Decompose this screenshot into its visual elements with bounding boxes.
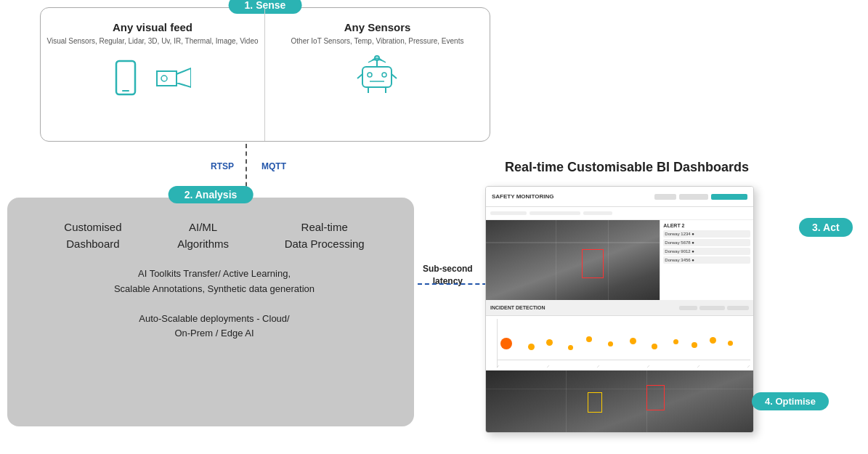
ai-toolkits-line2: Scalable Annotations, Synthetic data gen… bbox=[114, 283, 315, 294]
analysis-text-ai-toolkits: AI Toolkits Transfer/ Active Learning, S… bbox=[36, 267, 392, 297]
sense-left: Any visual feed Visual Sensors, Regular,… bbox=[41, 8, 265, 141]
svg-marker-3 bbox=[177, 68, 191, 87]
autoscale-line1: Auto-Scalable deployments - Cloud/ bbox=[139, 313, 289, 324]
sense-left-subtitle: Visual Sensors, Regular, Lidar, 3D, Uv, … bbox=[46, 36, 258, 46]
phone-icon bbox=[115, 60, 137, 99]
svg-point-4 bbox=[161, 76, 167, 81]
analysis-item-dashboard: Customised Dashboard bbox=[64, 219, 121, 252]
sense-right-title: Any Sensors bbox=[344, 21, 411, 33]
alert-item-2: Dorway 5678 ● bbox=[663, 239, 750, 246]
alert-item-3: Dorway 9012 ● bbox=[663, 248, 750, 255]
analysis-badge: 2. Analysis bbox=[169, 186, 253, 203]
svg-rect-0 bbox=[116, 61, 135, 94]
camera-icon bbox=[151, 64, 191, 94]
incident-bar: INCIDENT DETECTION bbox=[486, 300, 753, 316]
act-badge: 3. Act bbox=[799, 218, 853, 237]
sense-box: 1. Sense Any visual feed Visual Sensors,… bbox=[40, 7, 490, 142]
analysis-text-autoscale: Auto-Scalable deployments - Cloud/ On-Pr… bbox=[36, 312, 392, 342]
analysis-top-row: Customised Dashboard AI/ML Algorithms Re… bbox=[36, 219, 392, 252]
alert-panel-title: ALERT 2 bbox=[663, 223, 750, 228]
rtsp-label: RTSP bbox=[211, 161, 234, 171]
diagram-container: 1. Sense Any visual feed Visual Sensors,… bbox=[0, 0, 868, 454]
mqtt-label: MQTT bbox=[261, 161, 286, 171]
ai-toolkits-line1: AI Toolkits Transfer/ Active Learning, bbox=[138, 268, 291, 279]
incident-label: INCIDENT DETECTION bbox=[490, 305, 545, 310]
svg-line-14 bbox=[392, 74, 397, 78]
bi-title: Real-time Customisable BI Dashboards bbox=[505, 160, 749, 175]
sense-right: Any Sensors Other IoT Sensors, Temp, Vib… bbox=[265, 8, 490, 141]
alert-item-4: Dorway 3456 ● bbox=[663, 256, 750, 264]
dashboard-header: SAFETY MONITORING bbox=[486, 187, 753, 207]
analysis-item-aiml: AI/ML Algorithms bbox=[177, 219, 229, 252]
sense-left-title: Any visual feed bbox=[113, 21, 192, 33]
svg-point-8 bbox=[368, 73, 372, 77]
alert-item-1: Dorway 1234 ● bbox=[663, 230, 750, 238]
svg-rect-1 bbox=[122, 90, 129, 92]
analysis-box: 2. Analysis Customised Dashboard AI/ML A… bbox=[7, 198, 414, 426]
analysis-item-realtime: Real-time Data Processing bbox=[285, 219, 365, 252]
sense-right-subtitle: Other IoT Sensors, Temp, Vibration, Pres… bbox=[291, 36, 464, 46]
svg-rect-5 bbox=[362, 67, 392, 87]
autoscale-line2: On-Prem / Edge AI bbox=[174, 328, 253, 339]
svg-point-9 bbox=[382, 73, 386, 77]
iot-sensor-icon bbox=[354, 54, 401, 97]
optimise-badge: 4. Optimise bbox=[752, 392, 829, 410]
svg-line-13 bbox=[357, 74, 362, 78]
dashboard-mockup: SAFETY MONITORING bbox=[485, 186, 754, 433]
dashboard-header-text: SAFETY MONITORING bbox=[492, 193, 554, 200]
